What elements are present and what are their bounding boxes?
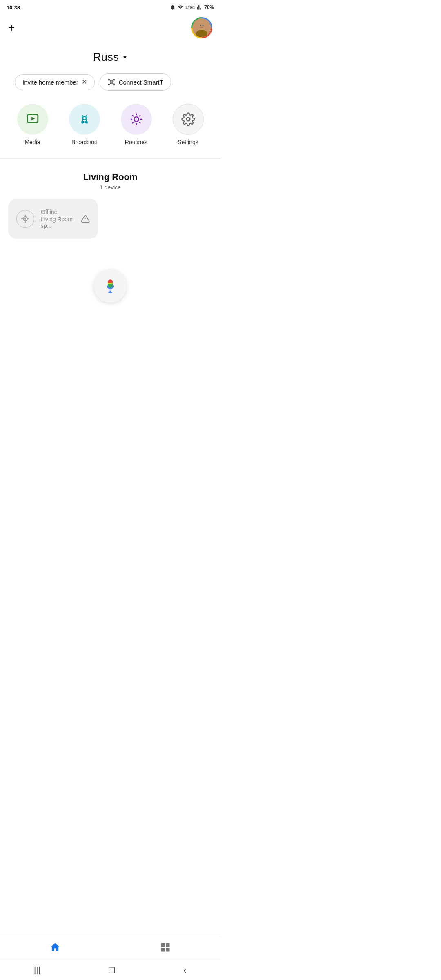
connect-chip-label: Connect SmartT — [119, 79, 163, 86]
svg-line-28 — [139, 122, 140, 123]
svg-line-14 — [111, 83, 114, 84]
settings-action[interactable]: Settings — [173, 104, 204, 145]
svg-point-17 — [82, 116, 86, 120]
svg-point-4 — [200, 24, 201, 26]
settings-icon-circle — [173, 104, 204, 135]
svg-point-31 — [186, 118, 190, 121]
svg-point-8 — [113, 79, 114, 80]
user-avatar-container[interactable] — [191, 17, 212, 38]
routines-action[interactable]: Routines — [121, 104, 152, 145]
svg-line-27 — [132, 115, 133, 116]
room-device-count: 1 device — [8, 184, 212, 191]
device-status: Offline — [41, 209, 74, 215]
signal-icon — [197, 4, 203, 10]
connect-chip[interactable]: Connect SmartT — [100, 74, 171, 91]
media-icon-circle — [17, 104, 48, 135]
status-icons: LTE1 76% — [170, 4, 214, 10]
add-button[interactable]: + — [8, 22, 15, 33]
broadcast-icon-circle — [69, 104, 100, 135]
svg-line-30 — [139, 115, 140, 116]
media-action[interactable]: Media — [17, 104, 48, 145]
svg-point-33 — [24, 218, 26, 220]
svg-point-9 — [108, 84, 109, 85]
home-name: Russ — [93, 51, 119, 64]
home-title-section: Russ ▼ — [0, 42, 220, 70]
section-divider — [0, 158, 220, 159]
chips-row: Invite home member ✕ Connect SmartT — [0, 70, 220, 94]
connect-chip-icon — [107, 78, 116, 86]
top-bar: + — [0, 13, 220, 42]
status-time: 10:38 — [7, 4, 20, 11]
svg-point-5 — [203, 24, 204, 26]
device-name: Living Room sp... — [41, 216, 74, 229]
svg-point-3 — [198, 22, 205, 29]
avatar-image — [192, 18, 211, 37]
invite-chip-close[interactable]: ✕ — [82, 79, 87, 85]
media-label: Media — [24, 139, 40, 145]
battery-pct: 76% — [204, 4, 214, 10]
avatar — [192, 18, 211, 37]
status-bar: 10:38 LTE1 76% — [0, 0, 220, 13]
settings-label: Settings — [178, 139, 198, 145]
svg-point-6 — [110, 81, 112, 83]
room-section: Living Room 1 device Offline Living Room… — [0, 165, 220, 245]
routines-icon-circle — [121, 104, 152, 135]
svg-line-29 — [132, 122, 133, 123]
svg-line-11 — [109, 80, 111, 81]
home-dropdown-icon[interactable]: ▼ — [122, 54, 128, 60]
device-info: Offline Living Room sp... — [41, 209, 74, 229]
routines-label: Routines — [125, 139, 147, 145]
invite-chip-label: Invite home member — [22, 79, 78, 86]
wifi-icon — [177, 4, 184, 10]
warning-icon — [81, 214, 90, 223]
svg-point-10 — [113, 84, 114, 85]
quick-actions: Media Broadcast — [0, 94, 220, 152]
mic-section — [0, 245, 220, 311]
mic-icon — [103, 279, 118, 294]
svg-point-22 — [134, 117, 138, 121]
device-icon — [16, 210, 34, 228]
svg-line-13 — [109, 83, 111, 84]
svg-marker-16 — [31, 117, 35, 120]
svg-line-12 — [111, 80, 114, 81]
network-label: LTE1 — [185, 5, 195, 10]
svg-point-7 — [108, 79, 109, 80]
mic-button[interactable] — [94, 270, 127, 303]
device-card[interactable]: Offline Living Room sp... — [8, 199, 98, 239]
room-name: Living Room — [8, 172, 212, 183]
notification-icon — [170, 4, 176, 10]
broadcast-label: Broadcast — [71, 139, 97, 145]
broadcast-action[interactable]: Broadcast — [69, 104, 100, 145]
invite-chip[interactable]: Invite home member ✕ — [15, 74, 95, 90]
